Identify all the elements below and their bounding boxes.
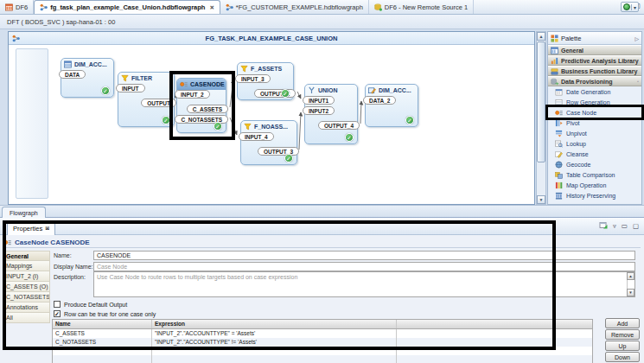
port-data_2[interactable]: DATA_2 [363, 96, 396, 105]
palette-item-geocode[interactable]: Geocode [548, 159, 641, 169]
table-row[interactable] [53, 347, 592, 355]
sidebar-item-annotations[interactable]: Annotations [3, 302, 50, 313]
cell-expression: "INPUT_2"."ACCOUNTTYPE" != 'Assets' [152, 338, 397, 347]
palette-item-history-preserving[interactable]: History Preserving [548, 190, 641, 201]
port-input[interactable]: INPUT [116, 84, 145, 92]
scroll-down-icon[interactable]: ▼ [537, 195, 545, 204]
palette-item-row-generation[interactable]: Row Generation [548, 97, 641, 107]
flowgraph-icon [40, 3, 48, 11]
sidebar-item-mappings[interactable]: Mappings [3, 261, 50, 271]
section-pin-icon: ◦ [637, 79, 639, 84]
add-button[interactable]: Add [605, 318, 640, 328]
name-input[interactable]: CASENODE [93, 251, 635, 260]
sidebar-item-c-assets-o-[interactable]: C_ASSETS (O) [3, 282, 50, 292]
canvas-scrollbar[interactable]: ▲ ▼ [536, 31, 546, 205]
properties-title-row: CaseNode CASENODE [3, 237, 641, 248]
properties-panel: Properties ⊠ ▿▭▢ CaseNode CASENODE Gener… [0, 218, 644, 363]
checkbox-checked-icon[interactable]: ✓ [54, 310, 61, 317]
palette-item-date-generation[interactable]: Date Generation [548, 86, 641, 97]
editor-tab-2[interactable]: *FG_CUSTOMER_EXAMPLE.hdbflowgraph [220, 0, 369, 14]
editor-tab-label: DF6 [16, 3, 28, 11]
minimize-icon[interactable]: ▭ [622, 222, 628, 230]
collapse-right-icon[interactable]: ▷ [634, 35, 639, 41]
cell-name: C_NOTASSETS [53, 338, 152, 347]
port-c_assets[interactable]: C_ASSETS [187, 105, 228, 113]
node-dim-acc-source[interactable]: DIM_ACC...DATA✓ [61, 58, 114, 98]
palette-section-predictive-analysis-library[interactable]: Predictive Analysis Library [548, 55, 641, 66]
chevron-down-icon[interactable]: ▾ [631, 4, 636, 10]
palette-item-cleanse[interactable]: Cleanse [548, 149, 641, 159]
palette-item-unpivot[interactable]: Unpivot [548, 128, 641, 138]
node-filter[interactable]: FILTERINPUTOUTPUT✓ [118, 72, 175, 127]
port-input_4[interactable]: INPUT_4 [239, 132, 274, 141]
palette-section-general[interactable]: General [548, 45, 641, 55]
cell-blank [397, 355, 592, 363]
editor-tab-3[interactable]: DF6 - New Remote Source 1 [369, 0, 474, 14]
close-icon[interactable]: ✕ [209, 4, 214, 11]
close-icon[interactable]: ⊠ [45, 222, 49, 235]
table-row[interactable]: C_ASSETS"INPUT_2"."ACCOUNTTYPE" = 'Asset… [53, 329, 592, 338]
palette-item-case-node[interactable]: Case Node [548, 107, 641, 118]
node-union[interactable]: UNIONINPUT1INPUT2OUTPUT_4✓ [304, 84, 358, 144]
scrollbar-thumb[interactable] [537, 41, 545, 162]
scroll-up-icon[interactable]: ▲ [627, 272, 634, 280]
node-f-noassets[interactable]: F_NOASS...INPUT_4OUTPUT_3✓ [240, 120, 297, 165]
node-casenode[interactable]: CASENODEINPUT_2C_ASSETSC_NOTASSETS✓ [176, 78, 226, 133]
palette-item-label: Row Generation [566, 99, 610, 105]
checkbox-unchecked-icon[interactable] [54, 301, 61, 308]
port-input1[interactable]: INPUT1 [303, 96, 335, 105]
tab-properties[interactable]: Properties ⊠ [7, 220, 55, 235]
run-button[interactable]: ▾ [621, 2, 639, 12]
node-title: DIM_ACC... [379, 87, 411, 93]
node-title: F_NOASS... [254, 124, 288, 130]
port-data[interactable]: DATA [59, 70, 86, 79]
remove-button[interactable]: Remove [605, 329, 640, 340]
port-output[interactable]: OUTPUT [141, 99, 176, 107]
node-title: FILTER [131, 75, 152, 81]
unpivot-icon [555, 130, 563, 137]
down-button[interactable]: Down [605, 352, 640, 362]
restore-view-icon[interactable] [599, 220, 608, 231]
palette-item-lookup[interactable]: Lookup [548, 138, 641, 149]
palette-section-label: Data Provisioning [561, 79, 613, 85]
validation-check-icon: ✓ [405, 116, 414, 124]
palette-item-label: Table Comparison [566, 172, 615, 178]
scroll-up-icon[interactable]: ▲ [537, 32, 545, 41]
filter-icon [244, 123, 252, 131]
palette-item-pivot[interactable]: Pivot [548, 118, 641, 128]
case-node-icon [180, 80, 188, 88]
maximize-icon[interactable]: ▢ [633, 222, 639, 230]
palette-header[interactable]: Palette ▷ [548, 32, 641, 45]
description-scrollbar[interactable]: ▲ ▼ [627, 272, 634, 296]
node-header: UNION [305, 85, 357, 96]
palette-item-table-comparison[interactable]: Table Comparison [548, 169, 641, 180]
up-button[interactable]: Up [605, 341, 640, 351]
port-input2[interactable]: INPUT2 [303, 106, 335, 115]
scroll-down-icon[interactable]: ▼ [627, 289, 634, 296]
port-output_3[interactable]: OUTPUT_3 [258, 147, 299, 156]
validation-check-icon: ✓ [345, 133, 354, 142]
sidebar-item-all[interactable]: All [3, 313, 50, 323]
palette-section-data-provisioning[interactable]: Data Provisioning◦ [548, 76, 641, 86]
palette-section-business-function-library[interactable]: Business Function Library [548, 66, 641, 76]
editor-tab-0[interactable]: DF6 [0, 0, 34, 14]
display-name-input[interactable]: Case Node [93, 262, 635, 271]
sidebar-item-input-2-i-[interactable]: INPUT_2 (I) [3, 271, 50, 282]
palette-item-map-operation[interactable]: Map Operation [548, 180, 641, 190]
table-row[interactable]: C_NOTASSETS"INPUT_2"."ACCOUNTTYPE" != 'A… [53, 338, 592, 347]
chevron-down-icon[interactable]: ▿ [613, 222, 616, 230]
editor-tab-label: *FG_CUSTOMER_EXAMPLE.hdbflowgraph [236, 3, 363, 11]
node-title: UNION [318, 87, 338, 93]
port-output_4[interactable]: OUTPUT_4 [318, 121, 360, 130]
column-header: Expression [152, 320, 397, 328]
port-input_2[interactable]: INPUT_2 [175, 90, 210, 99]
description-input[interactable]: Use Case Node to route rows to multiple … [93, 271, 635, 297]
editor-tab-1[interactable]: fg_task_plan_example_Case_Union.hdbflowg… [34, 0, 220, 14]
node-f-assets[interactable]: F_ASSETSINPUT_3OUTPUT_2✓ [237, 62, 294, 100]
tab-flowgraph[interactable]: Flowgraph [2, 207, 46, 219]
sidebar-item-general[interactable]: General [3, 251, 50, 261]
port-input_3[interactable]: INPUT_3 [235, 74, 271, 83]
sidebar-item-c-notassets-o-[interactable]: C_NOTASSETS (O) [3, 292, 50, 302]
node-dim-acc-target[interactable]: DIM_ACC...DATA_2✓ [365, 84, 418, 127]
table-row[interactable] [53, 355, 592, 363]
